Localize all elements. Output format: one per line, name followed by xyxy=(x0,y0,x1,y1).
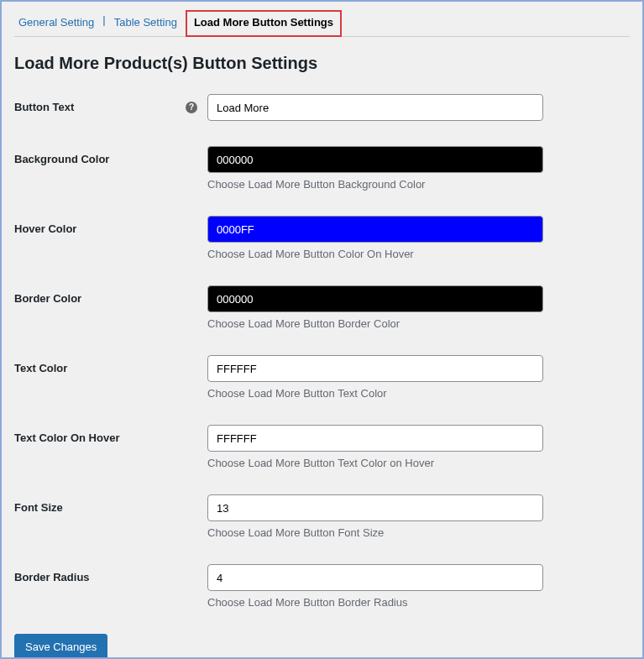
row-text-color: Text Color Choose Load More Button Text … xyxy=(14,355,630,400)
desc-border-radius: Choose Load More Button Border Radius xyxy=(207,596,630,609)
desc-background-color: Choose Load More Button Background Color xyxy=(207,178,630,191)
label-border-radius: Border Radius xyxy=(14,564,207,583)
input-border-radius[interactable] xyxy=(207,564,543,591)
label-text-color: Text Color xyxy=(14,355,207,374)
row-border-radius: Border Radius Choose Load More Button Bo… xyxy=(14,564,630,609)
tab-load-more-settings[interactable]: Load More Button Settings xyxy=(186,10,342,37)
row-button-text: Button Text ? xyxy=(14,94,630,121)
desc-text-color-hover: Choose Load More Button Text Color on Ho… xyxy=(207,457,630,469)
input-text-color[interactable] xyxy=(207,355,543,382)
field-hover-color: Choose Load More Button Color On Hover xyxy=(207,216,630,260)
desc-border-color: Choose Load More Button Border Color xyxy=(207,317,630,330)
input-background-color[interactable] xyxy=(207,146,543,173)
desc-text-color: Choose Load More Button Text Color xyxy=(207,387,630,400)
field-border-radius: Choose Load More Button Border Radius xyxy=(207,564,630,609)
save-changes-button[interactable]: Save Changes xyxy=(14,634,107,659)
row-font-size: Font Size Choose Load More Button Font S… xyxy=(14,494,630,539)
field-text-color: Choose Load More Button Text Color xyxy=(207,355,630,400)
input-text-color-hover[interactable] xyxy=(207,425,543,452)
desc-font-size: Choose Load More Button Font Size xyxy=(207,526,630,539)
input-hover-color[interactable] xyxy=(207,216,543,243)
settings-tabs: General Setting | Table Setting Load Mor… xyxy=(14,10,630,37)
label-font-size: Font Size xyxy=(14,494,207,514)
input-border-color[interactable] xyxy=(207,285,543,312)
row-border-color: Border Color Choose Load More Button Bor… xyxy=(14,285,630,330)
row-background-color: Background Color Choose Load More Button… xyxy=(14,146,630,191)
label-border-color: Border Color xyxy=(14,285,207,305)
field-font-size: Choose Load More Button Font Size xyxy=(207,494,630,539)
field-text-color-hover: Choose Load More Button Text Color on Ho… xyxy=(207,425,630,469)
field-button-text xyxy=(207,94,630,121)
help-icon[interactable]: ? xyxy=(186,102,197,113)
row-text-color-hover: Text Color On Hover Choose Load More But… xyxy=(14,425,630,469)
page-title: Load More Product(s) Button Settings xyxy=(14,54,630,73)
row-hover-color: Hover Color Choose Load More Button Colo… xyxy=(14,216,630,260)
label-background-color: Background Color xyxy=(14,146,207,165)
tab-table-setting[interactable]: Table Setting xyxy=(110,12,181,35)
field-background-color: Choose Load More Button Background Color xyxy=(207,146,630,191)
field-border-color: Choose Load More Button Border Color xyxy=(207,285,630,330)
label-text-color-hover: Text Color On Hover xyxy=(14,425,207,444)
label-button-text: Button Text ? xyxy=(14,94,207,113)
input-button-text[interactable] xyxy=(207,94,543,121)
tab-general-setting[interactable]: General Setting xyxy=(14,12,98,35)
desc-hover-color: Choose Load More Button Color On Hover xyxy=(207,248,630,260)
label-hover-color: Hover Color xyxy=(14,216,207,235)
input-font-size[interactable] xyxy=(207,494,543,521)
label-button-text-text: Button Text xyxy=(14,101,74,113)
tab-separator: | xyxy=(102,13,105,33)
